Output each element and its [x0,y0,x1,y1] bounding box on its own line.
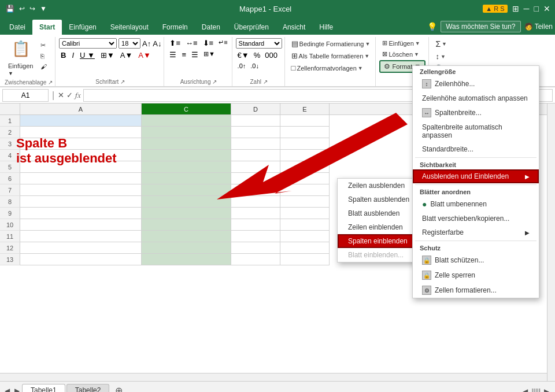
cell-d13[interactable] [231,254,280,265]
cell-a13[interactable] [20,254,142,265]
align-left-btn[interactable]: ☰ [168,50,178,60]
fmt-row-height[interactable]: ↕ Zeilenhöhe... [413,76,539,91]
search-box[interactable]: Was möchten Sie tun? [441,21,520,32]
close-btn[interactable]: ✕ [543,4,550,13]
cell-a1[interactable] [20,115,142,127]
align-mid-btn[interactable]: ↔≡ [184,38,199,48]
cell-c2[interactable] [142,127,231,138]
tab-hilfe[interactable]: Hilfe [312,20,340,35]
number-format-select[interactable]: Standard [236,38,282,49]
share-btn[interactable]: 🧑 Teilen [524,23,553,31]
cell-c5[interactable] [142,161,231,173]
cell-c11[interactable] [142,231,231,242]
col-header-a[interactable]: A [20,103,142,114]
cell-e4[interactable] [280,150,330,161]
fmt-format-cells[interactable]: ⚙ Zellen formatieren... [413,283,539,298]
cell-e12[interactable] [280,242,330,254]
cell-d7[interactable] [231,184,280,196]
font-name-select[interactable]: Calibri [59,38,117,49]
name-box[interactable] [2,89,49,102]
clipboard-expand[interactable]: ↗ [48,79,53,86]
cell-e2[interactable] [280,127,330,138]
cell-a5[interactable] [20,161,142,173]
border-btn[interactable]: ⊞▼ [99,50,116,60]
cell-c12[interactable] [142,242,231,254]
decrease-font-btn[interactable]: A↓ [153,39,161,48]
fill-color-btn[interactable]: A▼ [119,50,135,60]
maximize-btn[interactable]: □ [534,4,539,13]
cut-btn[interactable]: ✂ [38,40,50,50]
next-sheet-btn[interactable]: ▶ [12,386,22,392]
fmt-tab-color[interactable]: Registerfarbe [413,225,539,239]
tab-datei[interactable]: Datei [2,20,32,35]
cell-a3[interactable] [20,138,142,150]
cells-delete-btn[interactable]: ⊠ Löschen ▼ [379,49,422,59]
font-size-select[interactable]: 18 [119,38,140,49]
cells-insert-btn[interactable]: ⊞ Einfügen ▼ [379,38,423,48]
cell-e5[interactable] [280,161,330,173]
align-top-btn[interactable]: ⬆≡ [168,38,182,48]
cell-e3[interactable] [280,138,330,150]
fmt-lock-cell[interactable]: 🔒 Zelle sperren [413,268,539,283]
cell-e13[interactable] [280,254,330,265]
cell-c8[interactable] [142,196,231,208]
conditional-format-btn[interactable]: ▤ Bedingte Formatierung ▼ [288,38,373,49]
fmt-move-copy-sheet[interactable]: Blatt verschieben/kopieren... [413,212,539,225]
tab-daten[interactable]: Daten [195,20,227,35]
scroll-right-btn[interactable]: ▶ [544,387,549,392]
as-table-btn[interactable]: ⊞ Als Tabelle formatieren ▼ [288,50,373,61]
font-expand[interactable]: ↗ [120,79,125,85]
thousands-btn[interactable]: 000 [263,50,279,60]
confirm-formula-btn[interactable]: ✓ [66,91,73,99]
bold-btn[interactable]: B [59,50,68,60]
fmt-hide-show[interactable]: Ausblenden und Einblenden [413,169,539,183]
tab-seitenlayout[interactable]: Seitenlayout [103,20,156,35]
align-center-btn[interactable]: ≡ [180,50,188,60]
sheet-tab-2[interactable]: Tabelle2 [66,384,110,392]
decrease-decimal-btn[interactable]: .0↓ [249,62,261,70]
col-header-d[interactable]: D [231,103,280,114]
layout-icon[interactable]: ⊞ [512,4,519,13]
fmt-auto-row-height[interactable]: Zeilenhöhe automatisch anpassen [413,91,539,105]
cell-d2[interactable] [231,127,280,138]
horizontal-scrollbar[interactable] [0,373,547,381]
cell-d8[interactable] [231,196,280,208]
col-header-c[interactable]: C [142,103,231,114]
cell-d6[interactable] [231,173,280,184]
wrap-text-btn[interactable]: ↵≡ [217,38,229,48]
cell-d3[interactable] [231,138,280,150]
italic-btn[interactable]: I [70,50,76,60]
fmt-protect-sheet[interactable]: 🔒 Blatt schützen... [413,253,539,268]
prev-sheet-btn[interactable]: ◀ [2,386,12,392]
cell-c1[interactable] [142,115,231,127]
increase-font-btn[interactable]: A↑ [142,39,151,48]
cancel-formula-btn[interactable]: ✕ [58,91,64,99]
cell-e6[interactable] [280,173,330,184]
cell-e10[interactable] [280,219,330,231]
cell-e1[interactable] [280,115,330,127]
save-icon[interactable]: 💾 [5,3,16,14]
cell-c7[interactable] [142,184,231,196]
fmt-auto-col-width[interactable]: Spaltenbreite automatisch anpassen [413,120,539,142]
fmt-col-width[interactable]: ↔ Spaltenbreite... [413,105,539,120]
cell-c3[interactable] [142,138,231,150]
cell-c6[interactable] [142,173,231,184]
sheet-tab-1[interactable]: Tabelle1 [22,384,65,392]
cell-a2[interactable] [20,127,142,138]
redo-icon[interactable]: ↪ [28,3,36,14]
autosum-btn[interactable]: Σ ▼ [432,38,450,50]
cell-d5[interactable] [231,161,280,173]
vertical-scrollbar[interactable] [547,103,555,381]
cell-a9[interactable] [20,208,142,219]
cell-a10[interactable] [20,219,142,231]
tab-einfuegen[interactable]: Einfügen [62,20,103,35]
cell-e11[interactable] [280,231,330,242]
percent-btn[interactable]: % [252,50,262,60]
cell-d1[interactable] [231,115,280,127]
underline-btn[interactable]: U ▼ [78,50,97,60]
undo-icon[interactable]: ↩ [18,3,26,14]
tab-ansicht[interactable]: Ansicht [276,20,312,35]
sort-btn[interactable]: ↕ ▼ [432,51,448,62]
fmt-default-width[interactable]: Standardbreite... [413,142,539,156]
alignment-expand[interactable]: ↗ [212,79,217,85]
